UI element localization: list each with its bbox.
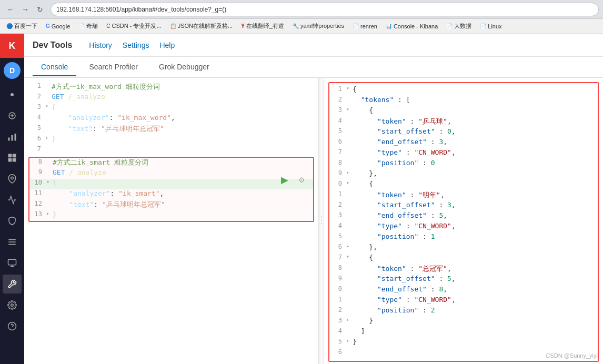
code-line-6: 6 ▸ } xyxy=(28,135,314,145)
sidebar-item-home[interactable] xyxy=(3,85,22,104)
renren-icon: 📄 xyxy=(353,23,359,29)
editor-action-buttons: ▶ ⚙ xyxy=(277,173,309,187)
history-link[interactable]: History xyxy=(85,39,116,52)
res-line-9: 9 ▸ }, xyxy=(329,169,598,180)
help-link[interactable]: Help xyxy=(155,39,179,52)
browser-nav-buttons: ← → ↻ xyxy=(4,3,46,16)
sidebar-item-devtools[interactable] xyxy=(3,275,22,294)
res-line-10: 0 ▾ { xyxy=(329,180,598,190)
run-button[interactable]: ▶ xyxy=(277,173,292,187)
youdao-icon: Y xyxy=(241,23,245,29)
bookmark-linux[interactable]: 📄 Linux xyxy=(478,22,504,31)
bookmark-console[interactable]: 📊 Console - Kibana xyxy=(384,22,440,31)
bookmark-label: Linux xyxy=(488,23,501,29)
sidebar-nav xyxy=(3,85,22,364)
sidebar-item-management[interactable] xyxy=(3,296,22,315)
kibana-logo-text: K xyxy=(9,41,16,52)
code-line-13: 13 ▸ } xyxy=(29,210,313,221)
code-line-5: 5 "text": "乒乓球明年总冠军" xyxy=(28,124,314,135)
sidebar-item-visualize[interactable] xyxy=(3,127,22,146)
bookmark-bigdata[interactable]: 📄 大数据 xyxy=(444,21,474,31)
console-icon: 📊 xyxy=(386,23,392,29)
bookmark-json[interactable]: 📋 JSON在线解析及格... xyxy=(168,21,235,31)
res-line-15: 5 "position" : 1 xyxy=(329,232,598,243)
sidebar-item-siem[interactable] xyxy=(3,211,22,230)
svg-rect-9 xyxy=(8,158,12,162)
bookmark-google[interactable]: G Google xyxy=(44,22,72,31)
bookmark-label: renren xyxy=(360,23,377,29)
res-line-2: 2 "tokens" : [ xyxy=(329,96,598,106)
bookmark-label: 百度一下 xyxy=(14,22,37,30)
sidebar-item-infra[interactable] xyxy=(3,254,22,272)
res-line-6: 6 "end_offset" : 3, xyxy=(329,138,598,148)
code-editor-panel: 1 #方式一ik_max_word 细粒度分词 2 GET /_analyze … xyxy=(24,78,319,364)
res-line-8: 8 "position" : 0 xyxy=(329,159,598,169)
svg-rect-4 xyxy=(8,138,10,141)
address-bar[interactable] xyxy=(51,3,599,16)
app-title: Dev Tools xyxy=(33,41,72,50)
res-line-3: 3 ▾ { xyxy=(329,106,598,117)
user-avatar[interactable]: D xyxy=(4,62,21,79)
code-line-1: 1 #方式一ik_max_word 细粒度分词 xyxy=(28,82,314,93)
res-line-16: 6 ▸ }, xyxy=(329,243,598,254)
svg-point-0 xyxy=(11,93,14,96)
res-line-14: 4 "type" : "CN_WORD", xyxy=(329,222,598,232)
sidebar-item-maps[interactable] xyxy=(3,169,22,188)
response-panel[interactable]: 1 ▾ { 2 "tokens" : [ 3 ▾ { xyxy=(324,78,603,364)
res-line-4: 4 "token" : "乒乓球", xyxy=(329,117,598,127)
options-button[interactable]: ⚙ xyxy=(294,173,309,187)
code-line-8: 8 #方式二ik_smart 粗粒度分词 xyxy=(29,158,313,168)
bookmark-youdao[interactable]: Y 在线翻译_有道 xyxy=(239,21,286,31)
panel-divider[interactable]: ··· xyxy=(319,78,324,364)
sidebar-item-help[interactable] xyxy=(3,317,22,336)
watermark: CSDN @Sunny_yiyi xyxy=(546,352,598,359)
editor-highlighted-block: 8 #方式二ik_smart 粗粒度分词 9 GET /_analyze 10 … xyxy=(28,157,314,222)
res-line-11: 1 "token" : "明年", xyxy=(329,190,598,201)
code-line-10: 10 ▾ { xyxy=(29,179,313,189)
code-line-7: 7 xyxy=(28,145,314,156)
res-line-23: 3 ▸ } xyxy=(329,317,598,327)
res-line-25: 5 ▸ } xyxy=(329,338,598,348)
sidebar-item-logs[interactable] xyxy=(3,232,22,251)
bookmark-csdn[interactable]: C CSDN - 专业开发... xyxy=(104,21,163,31)
back-button[interactable]: ← xyxy=(4,3,17,16)
res-line-1: 1 ▾ { xyxy=(329,85,598,96)
sidebar-item-apm[interactable] xyxy=(3,190,22,209)
sidebar-logo: K xyxy=(0,34,24,58)
res-line-22: 2 "position" : 2 xyxy=(329,306,598,317)
code-line-4: 4 "analyzer": "ik_max_word", xyxy=(28,114,314,124)
bookmark-baidu[interactable]: 🔵 百度一下 xyxy=(4,21,39,31)
editor-normal-block: 1 #方式一ik_max_word 细粒度分词 2 GET /_analyze … xyxy=(24,82,318,156)
top-nav: Dev Tools History Settings Help xyxy=(24,34,603,57)
sidebar-item-dashboard[interactable] xyxy=(3,148,22,167)
bookmark-yaml[interactable]: 🔧 yaml转properties xyxy=(290,21,346,31)
bookmark-renren[interactable]: 📄 renren xyxy=(350,22,379,31)
svg-rect-10 xyxy=(13,158,16,162)
code-line-11: 11 "analyzer": "ik_smart", xyxy=(29,189,313,200)
bookmark-label: Console - Kibana xyxy=(394,23,438,29)
browser-bar: ← → ↻ xyxy=(0,0,603,19)
tab-console[interactable]: Console xyxy=(33,58,76,76)
main-content: Dev Tools History Settings Help Console … xyxy=(24,34,603,364)
svg-point-11 xyxy=(11,177,14,179)
res-line-12: 2 "start_offset" : 3, xyxy=(329,201,598,211)
svg-rect-6 xyxy=(15,134,16,141)
google-icon: G xyxy=(46,23,50,29)
bookmark-label: 在线翻译_有道 xyxy=(246,22,284,30)
settings-link[interactable]: Settings xyxy=(118,39,154,52)
bookmark-label: CSDN - 专业开发... xyxy=(112,22,162,30)
reload-button[interactable]: ↻ xyxy=(34,3,46,16)
res-line-17: 7 ▾ { xyxy=(329,254,598,264)
bookmark-qirei[interactable]: 📄 奇瑞 xyxy=(76,21,100,31)
sidebar-item-discover[interactable] xyxy=(3,106,22,125)
tab-search-profiler[interactable]: Search Profiler xyxy=(81,58,146,76)
code-editor[interactable]: 1 #方式一ik_max_word 细粒度分词 2 GET /_analyze … xyxy=(24,78,318,364)
code-line-9: 9 GET /_analyze xyxy=(29,168,313,179)
svg-rect-8 xyxy=(13,154,16,158)
forward-button[interactable]: → xyxy=(19,3,32,16)
qirei-icon: 📄 xyxy=(78,23,85,29)
tab-grok-debugger[interactable]: Grok Debugger xyxy=(150,58,218,76)
bigdata-icon: 📄 xyxy=(446,23,453,29)
svg-point-18 xyxy=(11,304,14,307)
tabs-bar: Console Search Profiler Grok Debugger xyxy=(24,57,603,78)
